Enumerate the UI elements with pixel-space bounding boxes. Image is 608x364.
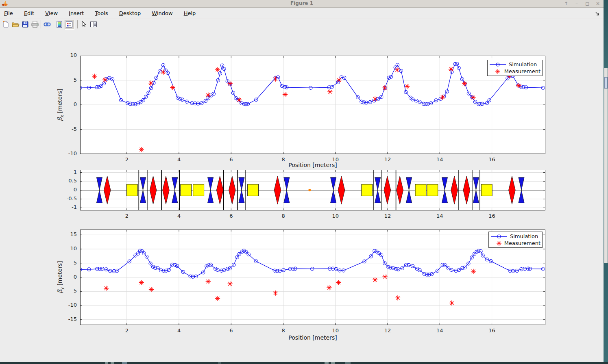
beta-x-axes[interactable]: [80, 56, 545, 154]
beta-x-ylabel: βx [meters]: [56, 64, 64, 145]
figure-window: Figure 1 ↑ – ◻ ✕ File Edit View Insert T…: [0, 0, 604, 362]
taskbar-strip[interactable]: [0, 362, 608, 364]
measurement-data-point: [148, 81, 153, 86]
x-tick-label: 4: [171, 156, 187, 162]
taskbar-item[interactable]: [105, 362, 108, 364]
plot-tools-panel-icon: [89, 20, 98, 28]
measurement-data-point: [395, 295, 400, 300]
background-window-scrollbar[interactable]: [604, 68, 608, 263]
corrector-magnet[interactable]: [481, 184, 492, 196]
corrector-magnet[interactable]: [181, 184, 192, 196]
measurement-data-point: [327, 89, 332, 94]
beta-x-plot[interactable]: 246810121416-10-50510: [80, 56, 545, 154]
taskbar-item[interactable]: [111, 362, 114, 364]
desktop-background: [604, 0, 608, 364]
print-figure-button[interactable]: [31, 20, 40, 30]
measurement-data-point: [373, 277, 377, 282]
beta-x-xlabel: Position [meters]: [272, 162, 353, 168]
maximize-button[interactable]: ◻: [584, 0, 591, 7]
corrector-magnet[interactable]: [362, 184, 373, 196]
measurement-data-point: [206, 93, 211, 98]
lattice-axes[interactable]: [80, 170, 545, 210]
taskbar-item[interactable]: [325, 362, 329, 364]
lattice-plot[interactable]: 246810121416-1-0.500.51: [80, 170, 545, 210]
taskbar-item[interactable]: [218, 362, 221, 364]
menu-view[interactable]: View: [42, 10, 61, 16]
y-tick-label: -1: [56, 204, 77, 210]
x-tick-label: 6: [223, 213, 239, 219]
menu-file[interactable]: File: [1, 10, 16, 16]
legend-row: Measurement: [488, 68, 540, 75]
titlebar[interactable]: Figure 1 ↑ – ◻ ✕: [0, 0, 604, 8]
menu-help[interactable]: Help: [181, 10, 199, 16]
reference-point-dot: [308, 189, 311, 191]
y-tick-label: -10: [56, 150, 77, 156]
menu-insert[interactable]: Insert: [65, 10, 87, 16]
colorbar-icon: [55, 20, 63, 28]
taskbar-item[interactable]: [331, 362, 335, 364]
corrector-magnet[interactable]: [427, 184, 438, 196]
window-controls: ↑ – ◻ ✕: [563, 0, 601, 7]
figure-toolbar: [0, 19, 604, 30]
measurement-data-point: [161, 69, 166, 74]
dock-window-button[interactable]: ↑: [563, 0, 569, 7]
x-tick-label: 10: [327, 213, 344, 219]
measurement-data-point: [405, 84, 410, 89]
measurement-data-point: [215, 296, 220, 301]
open-file-button[interactable]: [11, 20, 21, 30]
measurement-data-point: [273, 76, 278, 81]
link-plot-button[interactable]: [43, 20, 52, 30]
x-tick-label: 12: [379, 327, 396, 334]
x-tick-label: 4: [171, 213, 187, 219]
edit-plot-button[interactable]: [79, 20, 89, 30]
menubar: File Edit View Insert Tools Desktop Wind…: [0, 8, 604, 19]
corrector-magnet[interactable]: [415, 184, 426, 196]
dock-figure-icon[interactable]: [595, 11, 600, 16]
beta-y-axes[interactable]: [80, 230, 545, 325]
y-tick-label: 1: [56, 169, 77, 175]
legend-row: Measurement: [490, 240, 540, 247]
menu-edit[interactable]: Edit: [21, 10, 37, 16]
scrollbar-thumb[interactable]: [604, 77, 608, 89]
show-plot-tools-button[interactable]: [89, 20, 99, 30]
toolbar-separator: [77, 20, 78, 28]
simulation-line-sample: [488, 62, 507, 67]
corrector-magnet[interactable]: [126, 184, 137, 196]
new-figure-button[interactable]: [1, 20, 11, 30]
menu-tools[interactable]: Tools: [92, 10, 111, 16]
cursor-arrow-icon: [80, 20, 88, 28]
measurement-data-point: [170, 85, 175, 90]
insert-colorbar-button[interactable]: [55, 20, 65, 30]
corrector-magnet[interactable]: [193, 184, 204, 196]
beta-x-legend[interactable]: Simulation Measurement: [487, 60, 543, 76]
printer-icon: [31, 20, 39, 28]
measurement-data-point: [516, 83, 521, 88]
save-figure-button[interactable]: [21, 20, 31, 30]
simulation-line-sample: [490, 234, 508, 239]
beta-y-legend[interactable]: Simulation Measurement: [488, 232, 543, 248]
measurement-data-point: [471, 95, 475, 100]
measurement-data-point: [382, 85, 387, 90]
taskbar-item[interactable]: [122, 362, 127, 364]
legend-icon: [65, 20, 73, 28]
minimize-button[interactable]: –: [573, 0, 580, 7]
measurement-data-point: [139, 147, 144, 152]
x-tick-label: 2: [119, 213, 135, 219]
beta-y-plot[interactable]: 246810121416-15-10-5051015: [80, 230, 545, 325]
legend-label-measurement: Measurement: [504, 68, 540, 74]
x-tick-label: 16: [484, 327, 500, 334]
x-tick-label: 12: [379, 156, 396, 162]
taskbar-item[interactable]: [345, 362, 351, 364]
measurement-data-point: [228, 81, 233, 86]
window-title: Figure 1: [0, 0, 604, 6]
corrector-magnet[interactable]: [248, 184, 259, 196]
new-document-icon: [2, 20, 10, 28]
measurement-data-point: [206, 279, 211, 284]
close-button[interactable]: ✕: [595, 0, 601, 7]
toolbar-separator: [53, 20, 53, 28]
menu-desktop[interactable]: Desktop: [116, 10, 144, 16]
x-tick-label: 8: [275, 327, 292, 334]
measurement-marker-sample: [488, 69, 503, 74]
insert-legend-button[interactable]: [65, 20, 74, 30]
menu-window[interactable]: Window: [148, 10, 176, 16]
